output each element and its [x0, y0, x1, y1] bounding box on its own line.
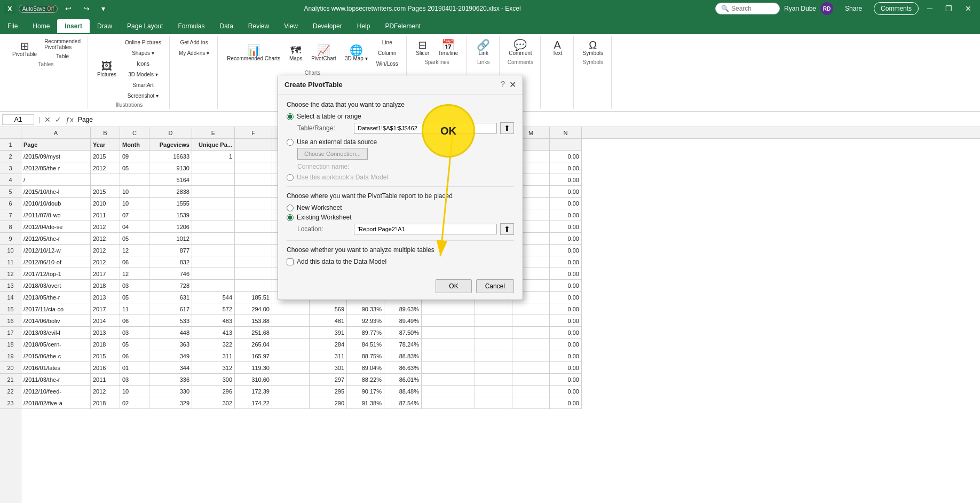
multiple-tables-section-title: Choose whether you want to analyze multi… — [287, 246, 514, 254]
radio-new-worksheet-row: New Worksheet — [287, 204, 514, 211]
radio-select-table-label: Select a table or range — [297, 113, 361, 120]
radio-external-source-label: Use an external data source — [297, 138, 377, 146]
connection-name-label: Connection name: — [297, 163, 349, 170]
ok-callout-label: OK — [440, 125, 456, 137]
location-input[interactable] — [354, 224, 497, 234]
radio-external-source-row: Use an external data source — [287, 138, 514, 146]
add-to-model-label: Add this data to the Data Model — [297, 258, 386, 265]
dialog-ok-button[interactable]: OK — [436, 279, 471, 293]
add-to-model-checkbox[interactable] — [287, 258, 294, 265]
table-range-field-row: Table/Range: ⬆ — [287, 122, 514, 134]
dialog-footer: OK Cancel — [278, 274, 523, 300]
choose-location-section-title: Choose where you want the PivotTable rep… — [287, 192, 514, 200]
table-range-picker-button[interactable]: ⬆ — [500, 122, 514, 134]
radio-new-worksheet[interactable] — [287, 205, 294, 211]
table-range-label: Table/Range: — [297, 124, 351, 132]
location-field-row: Location: ⬆ — [287, 223, 514, 235]
radio-group-location: New Worksheet Existing Worksheet Locatio… — [287, 204, 514, 235]
section-divider-1 — [287, 186, 514, 187]
dialog-cancel-button[interactable]: Cancel — [476, 279, 514, 293]
dialog-title-icons: ? ✕ — [501, 80, 516, 90]
ok-callout-annotation: OK — [422, 104, 475, 158]
radio-select-table[interactable] — [287, 113, 294, 120]
radio-existing-worksheet-row: Existing Worksheet — [287, 214, 514, 221]
choose-data-section-title: Choose the data that you want to analyze — [287, 101, 514, 108]
radio-external-source[interactable] — [287, 139, 294, 146]
location-picker-button[interactable]: ⬆ — [500, 223, 514, 235]
dialog-overlay: Create PivotTable ? ✕ Choose the data th… — [0, 0, 980, 503]
dialog-close-button[interactable]: ✕ — [509, 80, 516, 90]
dialog-help-icon[interactable]: ? — [501, 80, 505, 90]
location-label: Location: — [297, 225, 351, 233]
radio-new-worksheet-label: New Worksheet — [297, 204, 342, 211]
dialog-title: Create PivotTable — [284, 81, 343, 89]
dialog-body: Choose the data that you want to analyze… — [278, 95, 523, 274]
radio-select-table-row: Select a table or range — [287, 113, 514, 120]
choose-connection-button[interactable]: Choose Connection... — [297, 148, 368, 160]
create-pivottable-dialog: Create PivotTable ? ✕ Choose the data th… — [278, 75, 523, 300]
section-divider-2 — [287, 240, 514, 241]
dialog-title-bar: Create PivotTable ? ✕ — [278, 75, 523, 95]
add-to-model-row: Add this data to the Data Model — [287, 258, 514, 265]
radio-existing-worksheet-label: Existing Worksheet — [297, 214, 352, 221]
choose-connection-row: Choose Connection... — [287, 148, 514, 163]
radio-data-model-row: Use this workbook's Data Model — [287, 174, 514, 181]
radio-group-data-source: Select a table or range Table/Range: ⬆ U… — [287, 113, 514, 181]
radio-data-model[interactable] — [287, 174, 294, 181]
connection-name-row: Connection name: — [287, 163, 514, 170]
radio-existing-worksheet[interactable] — [287, 214, 294, 221]
radio-data-model-label: Use this workbook's Data Model — [297, 174, 388, 181]
